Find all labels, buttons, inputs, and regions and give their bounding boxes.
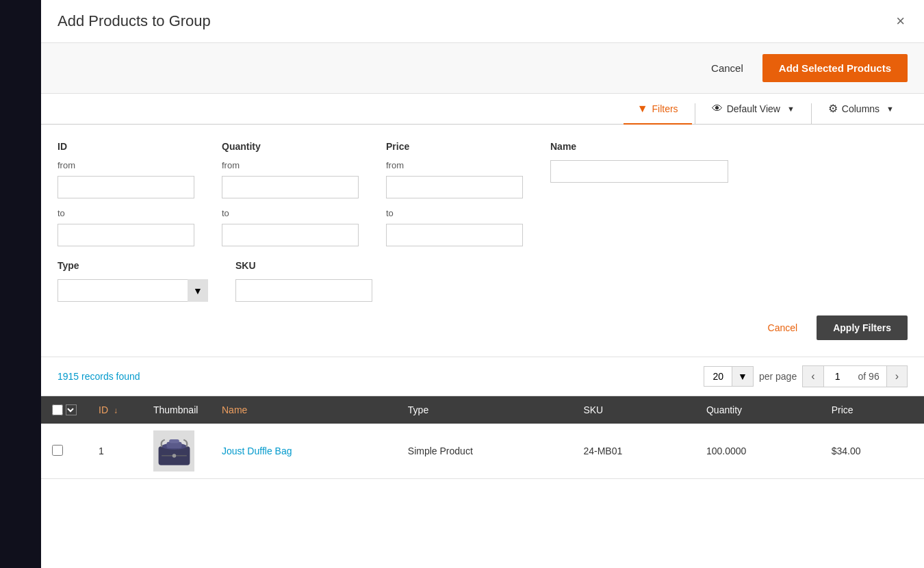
th-name: Name [211,396,397,424]
sku-column-label: SKU [583,404,603,415]
id-from-input[interactable] [57,176,194,198]
row-id-cell: 1 [88,424,142,479]
row-name-cell: Joust Duffle Bag [211,424,397,479]
row-checkbox-cell [41,424,88,479]
tab-separator-2 [811,103,812,124]
tab-separator-1 [695,103,695,124]
per-page-select[interactable]: 20 ▼ [704,366,753,387]
price-column-label: Price [832,404,854,415]
tab-default-view[interactable]: 👁 Default View ▼ [698,94,808,125]
row-price: $34.00 [832,446,861,456]
sku-label: SKU [235,260,372,271]
per-page-label: per page [759,371,797,382]
filter-cancel-button[interactable]: Cancel [760,317,806,339]
modal-title: Add Products to Group [57,12,211,30]
id-sort-icon: ↓ [114,406,118,415]
page-navigation: ‹ of 96 › [802,365,908,387]
svg-point-5 [172,454,176,458]
price-to-input[interactable] [386,224,523,246]
id-from-label: from [57,160,194,170]
type-label: Type [57,260,208,271]
price-from-input[interactable] [386,176,523,198]
filters-panel: ID from to Quantity from to Price [41,125,924,357]
row-thumbnail-cell [142,424,211,479]
th-id[interactable]: ID ↓ [88,396,142,424]
row-price-cell: $34.00 [821,424,924,479]
results-area: 1915 records found 20 ▼ per page ‹ of 96 [41,357,924,568]
close-button[interactable]: × [893,11,908,31]
price-from-label: from [386,160,523,170]
prev-page-button[interactable]: ‹ [803,366,823,387]
tab-columns-label: Columns [842,103,880,114]
row-type: Simple Product [408,446,473,456]
records-count: 1915 records found [57,371,140,382]
thumbnail-column-label: Thumbnail [153,404,198,415]
th-price: Price [821,396,924,424]
th-quantity: Quantity [695,396,821,424]
filter-row-1: ID from to Quantity from to Price [57,141,908,246]
select-all-checkbox-wrap: ▼ [52,404,77,415]
quantity-from-label: from [222,160,359,170]
name-input[interactable] [550,160,728,183]
cancel-button[interactable]: Cancel [700,57,754,79]
filter-group-price: Price from to [386,141,523,246]
tab-default-view-label: Default View [727,103,780,114]
type-column-label: Type [408,404,428,415]
quantity-to-input[interactable] [222,224,359,246]
row-checkbox[interactable] [52,445,63,456]
id-label: ID [57,141,194,152]
product-thumbnail [153,430,194,472]
filter-actions: Cancel Apply Filters [57,315,908,340]
filter-group-id: ID from to [57,141,194,246]
tab-columns[interactable]: ⚙ Columns ▼ [814,94,908,125]
quantity-to-label: to [222,208,359,218]
modal-overlay: Add Products to Group × Cancel Add Selec… [0,0,924,568]
add-selected-button[interactable]: Add Selected Products [762,54,908,82]
row-quantity: 100.0000 [706,446,746,456]
row-sku-cell: 24-MB01 [572,424,695,479]
quantity-column-label: Quantity [706,404,742,415]
per-page-dropdown-icon[interactable]: ▼ [732,367,753,386]
select-all-checkbox[interactable] [52,404,63,415]
type-select[interactable]: Simple Product Configurable Product Bund… [57,279,208,302]
total-pages: of 96 [851,367,886,386]
product-name-link[interactable]: Joust Duffle Bag [222,446,292,456]
products-table: ▼ ID ↓ Thumbnail Name [41,396,924,479]
per-page-wrap: 20 ▼ per page [704,366,797,387]
current-page-input[interactable] [824,367,851,386]
table-body: 1 [41,424,924,479]
quantity-label: Quantity [222,141,359,152]
filter-group-sku: SKU [235,260,372,302]
th-type: Type [397,396,573,424]
per-page-value: 20 [704,367,732,386]
bulk-action-select[interactable]: ▼ [66,404,77,415]
quantity-from-input[interactable] [222,176,359,198]
action-bar: Cancel Add Selected Products [41,43,924,94]
id-column-label: ID [99,404,108,415]
eye-icon: 👁 [712,103,723,115]
next-page-button[interactable]: › [886,366,907,387]
th-thumbnail: Thumbnail [142,396,211,424]
tab-filters[interactable]: ▼ Filters [624,94,692,125]
id-to-label: to [57,208,194,218]
id-to-input[interactable] [57,224,194,246]
tab-filters-label: Filters [652,103,678,114]
modal-header: Add Products to Group × [41,0,924,43]
filter-group-quantity: Quantity from to [222,141,359,246]
type-select-wrap: Simple Product Configurable Product Bund… [57,279,208,302]
pagination-bar: 1915 records found 20 ▼ per page ‹ of 96 [41,357,924,396]
filter-icon: ▼ [637,103,648,115]
tabs-area: ▼ Filters 👁 Default View ▼ ⚙ Columns ▼ [41,94,924,125]
pagination-controls: 20 ▼ per page ‹ of 96 › [704,365,908,387]
svg-rect-3 [169,439,179,443]
name-label: Name [550,141,908,152]
filter-group-name: Name [550,141,908,246]
filter-group-type: Type Simple Product Configurable Product… [57,260,208,302]
row-quantity-cell: 100.0000 [695,424,821,479]
chevron-down-icon: ▼ [787,105,795,113]
gear-icon: ⚙ [828,102,838,115]
modal: Add Products to Group × Cancel Add Selec… [41,0,924,568]
th-checkbox: ▼ [41,396,88,424]
sku-input[interactable] [235,279,372,302]
apply-filters-button[interactable]: Apply Filters [817,315,908,340]
